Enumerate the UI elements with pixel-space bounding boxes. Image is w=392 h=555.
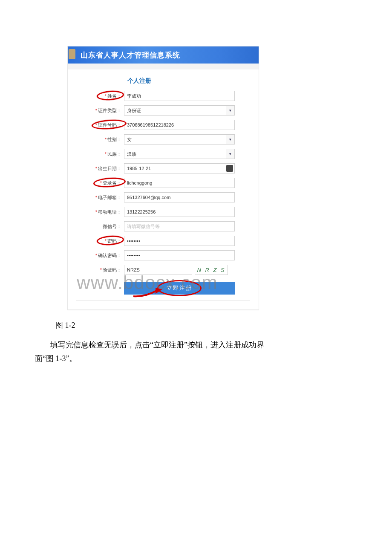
captcha-image[interactable]: N R Z S — [195, 265, 228, 275]
label-login: *登录名： — [76, 180, 124, 186]
id-number-input[interactable] — [124, 120, 235, 130]
confirm-password-input[interactable] — [124, 250, 235, 260]
mobile-input[interactable] — [124, 207, 235, 217]
banner-strip — [68, 64, 259, 69]
id-type-select[interactable] — [124, 105, 235, 116]
label-captcha: *验证码： — [76, 267, 124, 273]
captcha-input[interactable] — [124, 265, 192, 275]
system-banner: 山东省人事人才管理信息系统 — [68, 46, 259, 64]
login-name-input[interactable] — [124, 178, 235, 188]
label-gender: *性别： — [76, 136, 124, 143]
label-mobile: *移动电话： — [76, 209, 124, 215]
label-nation: *民族： — [76, 151, 124, 157]
body-line-2: 面“图 1-3”。 — [35, 354, 77, 363]
registration-form: 个人注册 *姓名： *证件类型： ▾ *证件号码： — [68, 69, 259, 309]
label-wechat: 微信号： — [76, 223, 124, 230]
gender-select[interactable] — [124, 134, 235, 145]
wechat-input[interactable] — [124, 221, 235, 231]
nation-select[interactable] — [124, 149, 235, 159]
label-id-no: *证件号码： — [76, 122, 124, 128]
label-email: *电子邮箱： — [76, 194, 124, 201]
label-birth: *出生日期： — [76, 165, 124, 172]
email-input[interactable] — [124, 192, 235, 202]
label-id-type: *证件类型： — [76, 107, 124, 114]
body-paragraph: 填写完信息检查无误后，点击“立即注册”按钮，进入注册成功界 面“图 1-3”。 — [35, 338, 357, 366]
banner-logo-icon — [69, 49, 75, 59]
label-password2: *确认密码： — [76, 252, 124, 259]
birth-date-input[interactable] — [124, 163, 235, 173]
registration-screenshot: 山东省人事人才管理信息系统 个人注册 *姓名： *证件类型： ▾ — [67, 46, 259, 310]
system-title: 山东省人事人才管理信息系统 — [81, 50, 180, 60]
divider — [76, 301, 250, 301]
calendar-icon[interactable] — [226, 165, 233, 172]
section-title: 个人注册 — [127, 77, 250, 85]
svg-marker-0 — [156, 288, 162, 294]
figure-caption: 图 1-2 — [55, 320, 392, 330]
label-name: *姓名： — [76, 93, 124, 99]
password-input[interactable] — [124, 236, 235, 246]
arrow-annotation-icon — [133, 286, 167, 299]
document-page: 山东省人事人才管理信息系统 个人注册 *姓名： *证件类型： ▾ — [0, 46, 392, 555]
label-password: *密码： — [76, 238, 124, 244]
name-input[interactable] — [124, 91, 235, 101]
body-line-1: 填写完信息检查无误后，点击“立即注册”按钮，进入注册成功界 — [35, 338, 357, 352]
